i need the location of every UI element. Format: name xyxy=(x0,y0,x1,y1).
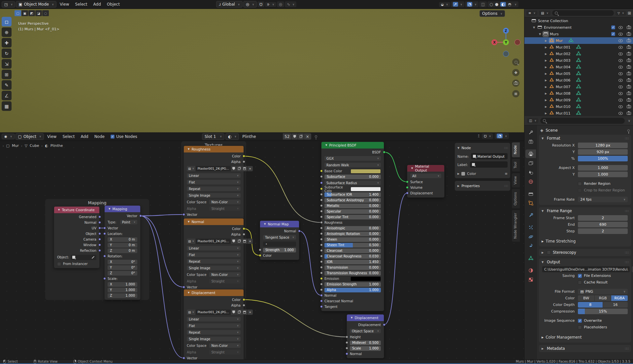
color-swatch[interactable] xyxy=(461,172,465,176)
hide-eye-icon[interactable] xyxy=(618,72,623,75)
node-mapping[interactable]: ▼MappingVectorType:Point∨VectorLocation:… xyxy=(104,205,141,300)
snap-toggle[interactable]: Ω xyxy=(257,1,264,7)
disable-render-icon[interactable] xyxy=(627,52,631,55)
dropdown-linear[interactable]: Linear∨ xyxy=(187,173,241,178)
fake-user-button[interactable] xyxy=(231,310,236,315)
collapse-icon[interactable]: ▼ xyxy=(351,316,352,319)
menu-select[interactable]: Select xyxy=(73,1,90,8)
socket-sheen[interactable] xyxy=(320,238,323,241)
slider-field[interactable]: 15% xyxy=(578,309,628,314)
outliner-item-label[interactable]: Scene Collection xyxy=(538,19,568,23)
axis-z[interactable]: Z xyxy=(503,28,509,34)
vector-component-field[interactable]: Z0 m xyxy=(108,248,137,253)
outliner-row[interactable]: ▼Murs✓ xyxy=(524,31,633,37)
socket-vector[interactable] xyxy=(183,213,185,216)
socket-uv[interactable] xyxy=(98,227,101,229)
checkbox-crop-to-render-region[interactable]: Crop to Render Region xyxy=(578,188,625,192)
checkbox-cache-result[interactable]: Cache Result xyxy=(578,280,608,284)
segment-8[interactable]: 8 xyxy=(578,302,603,308)
measure-tool[interactable]: ∠ xyxy=(2,91,12,100)
slider-strength[interactable]: Strength1.000 xyxy=(263,248,296,252)
xray-toggle[interactable]: ◫ xyxy=(479,1,487,7)
axis-x[interactable]: X xyxy=(491,39,497,45)
properties-tab-scene[interactable] xyxy=(525,168,536,177)
hide-eye-icon[interactable] xyxy=(618,33,623,36)
list-icon[interactable]: ≡ xyxy=(505,172,508,176)
hide-eye-icon[interactable] xyxy=(618,79,623,82)
socket-alpha[interactable] xyxy=(320,288,323,291)
tab-node[interactable]: Node xyxy=(512,142,520,157)
slider-sheen-tint[interactable]: Sheen Tint0.500 xyxy=(324,243,381,248)
disable-render-icon[interactable] xyxy=(627,46,631,49)
node-header[interactable]: ▼Normal xyxy=(184,218,244,225)
outliner-row[interactable]: ▼Environnement✓ xyxy=(524,24,633,31)
object-type-visibility[interactable]: ◒∨ xyxy=(439,2,450,7)
panel-checkbox[interactable] xyxy=(547,250,551,254)
node-dispnode[interactable]: ▼DisplacementDisplacementObject Space∨He… xyxy=(347,314,384,358)
panel-header[interactable]: ▶Stereoscopy∷∷ xyxy=(539,249,631,256)
disable-render-icon[interactable] xyxy=(627,85,631,88)
shader-type-selector[interactable]: ▢Object∨ xyxy=(16,133,44,140)
output-path-field[interactable]: C:\Users\guill\OneDrive...imation 3D\TP3… xyxy=(542,266,630,272)
dropdown-flat[interactable]: Flat∨ xyxy=(187,180,241,184)
socket-roughness[interactable] xyxy=(320,221,323,224)
outliner-search-input[interactable] xyxy=(552,10,614,16)
socket-surface[interactable] xyxy=(406,181,409,183)
pack-image-button[interactable] xyxy=(242,310,247,315)
fake-user-button[interactable] xyxy=(231,239,236,244)
browse-material-button[interactable]: ◐∨ xyxy=(225,133,239,140)
disclosure-triangle-icon[interactable]: ▶ xyxy=(544,92,548,95)
node-panel-header[interactable]: ▼Node∷∷ xyxy=(457,145,508,151)
socket-clearcoat-roughness[interactable] xyxy=(320,255,323,257)
vector-component-field[interactable]: X0° xyxy=(108,260,137,264)
disable-render-icon[interactable] xyxy=(627,112,631,115)
copy-image-button[interactable] xyxy=(237,166,242,171)
disclosure-triangle-icon[interactable]: ▶ xyxy=(544,85,548,88)
node-header[interactable]: ▼Roughness xyxy=(184,146,244,152)
value-field[interactable]: 1.000 xyxy=(578,165,628,171)
slider-subsurface-anisotropy[interactable]: Subsurface Anisotropy0.000 xyxy=(324,198,381,203)
slider-specular[interactable]: Specular0.000 xyxy=(324,209,381,214)
disable-render-icon[interactable] xyxy=(627,72,631,75)
socket-alpha[interactable] xyxy=(243,304,245,307)
slider-subsurface-ior[interactable]: Subsurface IOR1.400 xyxy=(324,192,381,197)
dropdown-tangent-space[interactable]: Tangent Space∨ xyxy=(263,235,296,240)
socket-color[interactable] xyxy=(243,227,245,230)
panel-header[interactable]: ▼Output∷∷ xyxy=(539,258,631,266)
axis-y[interactable]: Y xyxy=(503,39,509,45)
disable-render-icon[interactable] xyxy=(627,66,631,69)
hide-eye-icon[interactable] xyxy=(618,46,623,49)
material-slot-selector[interactable]: Slot 1∨ xyxy=(202,133,224,140)
properties-tab-texture[interactable] xyxy=(525,275,536,284)
camera-view-control[interactable] xyxy=(512,80,519,87)
disable-render-icon[interactable] xyxy=(627,99,631,102)
dropdown-linear[interactable]: Linear∨ xyxy=(187,246,241,250)
dropdown-type-[interactable]: Point∨ xyxy=(120,220,137,224)
tab-view[interactable]: View xyxy=(512,173,520,187)
disclosure-triangle-icon[interactable]: ▼ xyxy=(532,26,536,29)
outliner-item-label[interactable]: Mur.001 xyxy=(556,45,570,50)
vector-component-field[interactable]: Y1.000 xyxy=(108,288,137,292)
socket-normal[interactable] xyxy=(98,221,101,224)
hide-eye-icon[interactable] xyxy=(618,105,623,108)
properties-tab-material[interactable] xyxy=(525,266,536,275)
socket-normal[interactable] xyxy=(320,294,323,297)
pan-control[interactable]: ✥ xyxy=(512,69,519,76)
collection-checkbox[interactable]: ✓ xyxy=(611,32,615,36)
properties-tab-object[interactable] xyxy=(525,199,536,207)
material-preview-shading-button[interactable]: ◐ xyxy=(500,2,506,7)
properties-tab-physics[interactable] xyxy=(525,232,536,241)
snap-node-toggle[interactable]: Ω∨ xyxy=(482,133,493,139)
vector-component-field[interactable]: Y0° xyxy=(108,265,137,270)
dropdown-subsurface-radius[interactable]: Subsurface Radius∨ xyxy=(324,181,381,185)
outliner-filter-button[interactable]: ▽∨ xyxy=(616,11,626,16)
properties-tab-collection[interactable] xyxy=(525,189,536,198)
dropdown-color-space[interactable]: Non-Color∨ xyxy=(209,200,241,204)
dropdown-field[interactable]: 24 fps∨ xyxy=(578,197,628,202)
breadcrumb-scene[interactable]: Scene xyxy=(546,128,558,133)
dropdown-repeat[interactable]: Repeat∨ xyxy=(187,330,241,335)
socket-height[interactable] xyxy=(346,336,348,338)
socket-anisotropic-rotation[interactable] xyxy=(320,232,323,235)
properties-tab-output[interactable] xyxy=(525,149,536,158)
pivot-point-selector[interactable]: ◎∨ xyxy=(243,1,257,8)
